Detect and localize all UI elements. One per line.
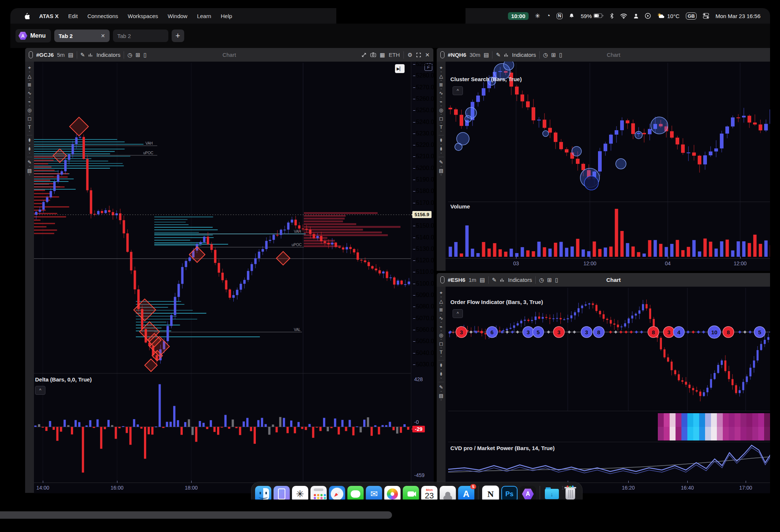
tool-9998[interactable]: ✎⌄ — [439, 160, 443, 167]
dock-item-trash[interactable] — [562, 486, 578, 500]
tool-8982[interactable]: ⌖⌄ — [28, 65, 31, 73]
dock-item-photoshop[interactable]: Ps — [501, 486, 518, 500]
indicators-label[interactable]: Indicators — [96, 52, 120, 58]
tool-9651[interactable]: △⌄ — [439, 299, 443, 307]
apple-icon[interactable] — [24, 13, 30, 19]
draw-icon[interactable]: ✎ — [80, 52, 85, 58]
chart-type-icon[interactable]: ▤ — [484, 52, 489, 58]
symbol-label[interactable]: #GCJ6 — [36, 52, 54, 58]
tool-9651[interactable]: △⌄ — [439, 74, 443, 82]
tool-8670[interactable]: ⇞⌄ — [439, 363, 443, 371]
order-flow-collapse-button[interactable]: ^ — [453, 309, 463, 318]
tool-8961[interactable]: ⌁⌄ — [440, 99, 443, 107]
tool-9636[interactable]: ▤⌄ — [439, 393, 443, 401]
tool-9723[interactable]: ◻⌄ — [28, 116, 32, 124]
menu-datetime[interactable]: Mon Mar 23 16:56 — [715, 13, 760, 19]
dock-item-chatgpt[interactable]: ✳ — [292, 486, 308, 500]
notion-icon[interactable]: N — [557, 13, 563, 19]
grid-layout-icon[interactable]: ⊞ — [551, 52, 556, 58]
tool-9678[interactable]: ◎⌄ — [439, 108, 443, 115]
menu-button[interactable]: AMenu — [16, 29, 51, 42]
tool-8670[interactable]: ⇞⌄ — [439, 138, 443, 146]
tool-9998[interactable]: ✎⌄ — [28, 160, 32, 167]
tab-close-icon[interactable]: ✕ — [101, 33, 105, 39]
delta-collapse-button[interactable]: ^ — [35, 386, 45, 395]
clock-icon[interactable]: ◷ — [539, 277, 544, 283]
keyboard-locale[interactable]: GB — [686, 13, 697, 20]
tool-84[interactable]: T⌄ — [440, 125, 443, 132]
user-icon[interactable] — [633, 13, 639, 19]
symbol-label[interactable]: #ESH6 — [448, 277, 465, 283]
chart-type-icon[interactable]: ▤ — [480, 277, 485, 283]
grid-layout-icon[interactable]: ⊞ — [547, 277, 552, 283]
panel-icon[interactable]: ▯ — [144, 52, 147, 58]
play-circle-icon[interactable] — [645, 13, 651, 19]
chart-svg-gc[interactable]: VAHuPOCVAHuPOCVAL — [34, 62, 411, 483]
dock-item-facetime[interactable] — [403, 486, 419, 500]
session-label[interactable]: ETH — [389, 52, 400, 58]
tool-9723[interactable]: ◻⌄ — [439, 341, 443, 349]
indicators-label[interactable]: Indicators — [512, 52, 536, 58]
chart-svg-nq[interactable] — [448, 62, 770, 258]
tool-8803[interactable]: ≣⌄ — [439, 307, 443, 315]
tool-9678[interactable]: ◎⌄ — [27, 108, 31, 115]
dock-item-finder[interactable] — [255, 486, 271, 500]
control-center-icon[interactable] — [703, 13, 709, 19]
tool-8961[interactable]: ⌁⌄ — [28, 99, 31, 107]
tool-84[interactable]: T⌄ — [28, 125, 31, 132]
tool-9998[interactable]: ✎⌄ — [439, 385, 443, 393]
dock-item-iphone-mirroring[interactable] — [274, 486, 290, 500]
dock-item-atas[interactable]: A — [520, 486, 536, 500]
symbol-label[interactable]: #NQH6 — [448, 52, 466, 58]
indicators-icon[interactable] — [504, 52, 509, 57]
menu-item-workspaces[interactable]: Workspaces — [128, 13, 158, 19]
tool-9636[interactable]: ▤⌄ — [439, 168, 443, 176]
tool-9678[interactable]: ◎⌄ — [439, 333, 443, 341]
close-icon[interactable]: ✕ — [425, 52, 430, 58]
draw-icon[interactable]: ✎ — [492, 277, 497, 283]
go-to-realtime-button[interactable]: ▶▏ — [395, 64, 405, 73]
indicators-icon[interactable] — [500, 277, 505, 282]
fullscreen-icon[interactable] — [416, 52, 421, 58]
instrument-capsule-icon[interactable] — [440, 51, 444, 58]
menu-item-learn[interactable]: Learn — [197, 13, 211, 19]
battery-indicator[interactable]: 59% — [581, 13, 604, 19]
tab-2[interactable]: Tab 2 — [113, 30, 168, 42]
dock-item-downloads[interactable]: ↓ — [544, 486, 560, 500]
tool-9651[interactable]: △⌄ — [28, 74, 31, 82]
time-axis-nq[interactable]: 0312:000412:00 — [446, 258, 770, 269]
gear-icon[interactable]: ⚙ — [408, 52, 412, 58]
panel-icon[interactable]: ▯ — [555, 277, 558, 283]
indicators-icon[interactable] — [88, 52, 93, 57]
tool-84[interactable]: T⌄ — [440, 350, 443, 357]
draw-icon[interactable]: ✎ — [496, 52, 501, 58]
tool-9636[interactable]: ▤⌄ — [27, 168, 32, 176]
grid-layout-icon[interactable]: ⊞ — [135, 52, 140, 58]
clock-icon[interactable]: ◷ — [127, 52, 132, 58]
menu-app-name[interactable]: ATAS X — [39, 13, 59, 19]
tool-9723[interactable]: ◻⌄ — [439, 116, 443, 124]
dock-item-photos[interactable] — [384, 486, 401, 500]
calendar-icon[interactable]: ▦ — [380, 52, 385, 58]
dock-item-contacts[interactable] — [440, 486, 456, 500]
dock-item-messages[interactable] — [347, 486, 364, 500]
tab-1[interactable]: Tab 2✕ — [54, 30, 110, 42]
add-tab-button[interactable]: + — [172, 30, 184, 42]
tool-8803[interactable]: ≣⌄ — [439, 82, 443, 90]
clock-icon[interactable]: ◷ — [543, 52, 548, 58]
indicators-label[interactable]: Indicators — [508, 277, 532, 283]
instrument-capsule-icon[interactable] — [29, 51, 33, 58]
tool-8670[interactable]: ⇞⌄ — [28, 138, 32, 146]
menu-item-connections[interactable]: Connections — [87, 13, 118, 19]
chatgpt-icon[interactable]: ✳ — [535, 12, 540, 20]
dock-item-safari[interactable] — [329, 486, 345, 500]
menu-item-help[interactable]: Help — [221, 13, 232, 19]
dock-item-calendar[interactable]: Mon23 — [421, 486, 437, 500]
dock-item-launcher[interactable] — [310, 486, 327, 500]
menu-item-edit[interactable]: Edit — [68, 13, 78, 19]
tool-8961[interactable]: ⌁⌄ — [440, 324, 443, 332]
timeframe-label[interactable]: 5m — [57, 52, 65, 58]
bluetooth-icon[interactable] — [610, 13, 614, 19]
dock-item-notion[interactable]: N — [482, 486, 499, 500]
screen-time-badge[interactable]: 10:00 — [508, 12, 529, 20]
